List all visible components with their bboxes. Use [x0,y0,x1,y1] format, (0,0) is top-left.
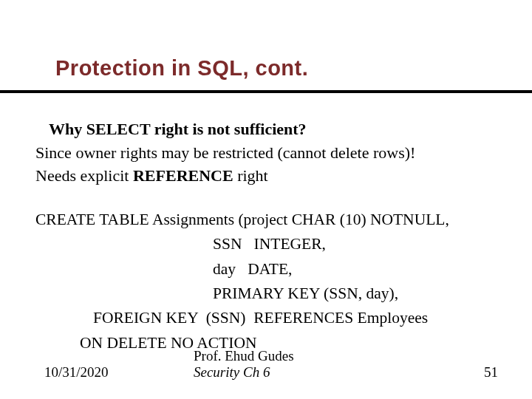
footer-author: Prof. Ehud Gudes [194,348,294,364]
footer-course: Security Ch 6 [194,364,270,381]
sql-line-1: CREATE TABLE Assignments (project CHAR (… [35,208,502,232]
title-underline [0,90,532,93]
body-line-1: Since owner rights may be restricted (ca… [35,142,502,164]
question-text: Why SELECT right is not sufficient? [49,118,502,140]
footer-date: 10/31/2020 [44,364,109,381]
reference-keyword: REFERENCE [133,166,233,185]
slide-title: Protection in SQL, cont. [55,56,308,81]
body-line-2-pre: Needs explicit [35,166,133,185]
footer-page-number: 51 [484,364,498,381]
sql-code-block: CREATE TABLE Assignments (project CHAR (… [35,208,502,355]
body-line-2: Needs explicit REFERENCE right [35,165,502,187]
slide: Protection in SQL, cont. Why SELECT righ… [0,0,532,399]
body-line-2-post: right [233,166,268,185]
sql-line-2: SSN INTEGER, [35,232,502,256]
sql-line-4: PRIMARY KEY (SSN, day), [35,282,502,306]
sql-line-5: FOREIGN KEY (SSN) REFERENCES Employees [35,306,502,330]
slide-body: Why SELECT right is not sufficient? Sinc… [35,118,502,355]
sql-line-3: day DATE, [35,257,502,282]
